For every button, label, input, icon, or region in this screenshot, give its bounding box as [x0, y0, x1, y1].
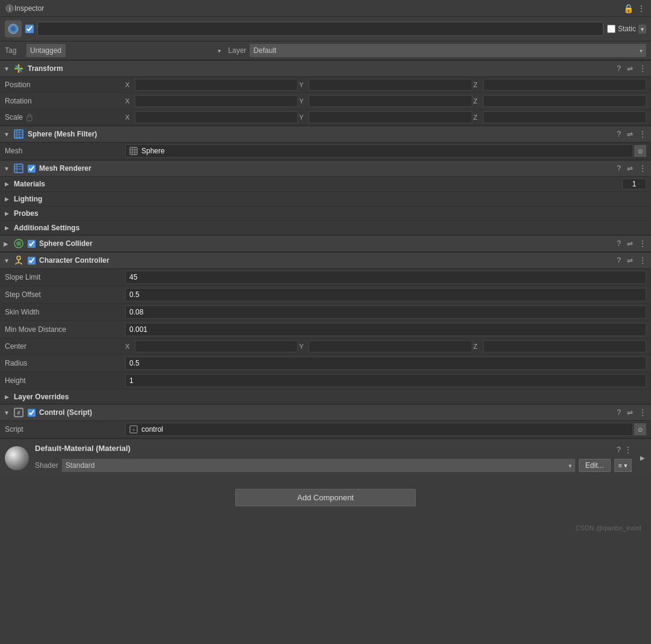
- probes-group-row[interactable]: ▶ Probes: [0, 206, 651, 221]
- svg-text:i: i: [9, 5, 10, 12]
- charcontroller-help-button[interactable]: ?: [616, 256, 622, 265]
- tag-select-wrapper: Untagged: [26, 44, 224, 57]
- transform-controls: ? ⇌ ⋮: [616, 64, 647, 73]
- center-label: Center: [5, 342, 125, 351]
- gameobject-name-input[interactable]: Sphere: [37, 22, 603, 36]
- spherecollider-more-button[interactable]: ⋮: [638, 239, 647, 248]
- material-more-button[interactable]: ⋮: [625, 445, 632, 454]
- layer-overrides-group-row[interactable]: ▶ Layer Overrides: [0, 390, 651, 404]
- center-x-input[interactable]: 0: [135, 340, 298, 352]
- add-component-button[interactable]: Add Component: [235, 489, 416, 506]
- static-label: Static: [618, 25, 636, 33]
- center-y-label: Y: [299, 343, 307, 350]
- transform-help-button[interactable]: ?: [616, 64, 622, 73]
- meshrenderer-help-button[interactable]: ?: [616, 164, 622, 173]
- meshfilter-settings-button[interactable]: ⇌: [626, 130, 634, 138]
- meshrenderer-settings-button[interactable]: ⇌: [626, 164, 634, 173]
- rotation-label: Rotation: [5, 97, 125, 105]
- skin-width-label: Skin Width: [5, 308, 125, 316]
- mesh-selector-icon: [129, 147, 138, 155]
- material-list-button[interactable]: ≡ ▾: [614, 459, 632, 472]
- mesh-selector[interactable]: Sphere: [125, 144, 633, 158]
- additional-settings-group-row[interactable]: ▶ Additional Settings: [0, 221, 651, 235]
- probes-arrow: ▶: [5, 210, 9, 216]
- lock-button[interactable]: 🔒: [623, 4, 633, 13]
- transform-settings-button[interactable]: ⇌: [626, 64, 634, 73]
- scale-x-input[interactable]: 1: [135, 111, 298, 123]
- radius-input[interactable]: [125, 357, 646, 370]
- script-label: Script: [5, 425, 125, 434]
- position-z-input[interactable]: -3.8: [483, 79, 646, 91]
- height-input[interactable]: [125, 374, 646, 387]
- meshfilter-section-header[interactable]: ▼ Sphere (Mesh Filter) ? ⇌ ⋮: [0, 126, 651, 143]
- center-y-input[interactable]: 0: [309, 340, 472, 352]
- title-bar-controls: 🔒 ⋮: [623, 4, 646, 13]
- script-selector[interactable]: + control: [125, 423, 633, 436]
- skin-width-value: [125, 305, 646, 319]
- slope-limit-input[interactable]: [125, 271, 646, 284]
- gameobject-enabled-checkbox[interactable]: [25, 25, 34, 33]
- spherecollider-enabled-checkbox[interactable]: [28, 240, 35, 248]
- controlscript-more-button[interactable]: ⋮: [638, 408, 647, 417]
- transform-title: Transform: [28, 64, 612, 73]
- charcontroller-enabled-checkbox[interactable]: [28, 257, 35, 265]
- transform-section-header[interactable]: ▼ Transform ? ⇌ ⋮: [0, 60, 651, 77]
- charcontroller-settings-button[interactable]: ⇌: [626, 256, 634, 265]
- transform-arrow: ▼: [4, 66, 10, 72]
- step-offset-value: [125, 288, 646, 301]
- meshrenderer-more-button[interactable]: ⋮: [638, 164, 647, 173]
- slope-limit-row: Slope Limit: [0, 269, 651, 286]
- spherecollider-settings-button[interactable]: ⇌: [626, 239, 634, 248]
- charcontroller-section-header[interactable]: ▼ Character Controller ? ⇌ ⋮: [0, 252, 651, 269]
- scale-z-input[interactable]: 1: [483, 111, 646, 123]
- skin-width-input[interactable]: [125, 305, 646, 319]
- meshfilter-more-button[interactable]: ⋮: [638, 130, 647, 138]
- rotation-y-input[interactable]: 0: [309, 95, 472, 107]
- spherecollider-help-button[interactable]: ?: [616, 239, 622, 248]
- center-row: Center X 0 Y 0 Z 0: [0, 339, 651, 355]
- materials-group-row[interactable]: ▶ Materials 1: [0, 177, 651, 192]
- mesh-target-button[interactable]: ⊙: [634, 145, 646, 157]
- svg-point-3: [11, 26, 16, 31]
- shader-select[interactable]: Standard: [62, 459, 575, 472]
- controlscript-settings-button[interactable]: ⇌: [626, 408, 634, 417]
- radius-label: Radius: [5, 359, 125, 367]
- position-y-input[interactable]: 1.167358: [309, 79, 472, 91]
- static-dropdown-button[interactable]: ▾: [638, 25, 646, 34]
- svg-rect-7: [27, 117, 32, 121]
- meshfilter-icon: [13, 129, 24, 140]
- layer-select[interactable]: Default: [250, 44, 646, 57]
- charcontroller-arrow: ▼: [4, 257, 10, 264]
- meshfilter-arrow: ▼: [4, 131, 10, 138]
- rotation-x-label: X: [125, 97, 134, 105]
- center-z-input[interactable]: 0: [483, 340, 646, 352]
- min-move-distance-input[interactable]: [125, 323, 646, 336]
- material-help-button[interactable]: ?: [617, 445, 621, 454]
- rotation-z-input[interactable]: 0: [483, 95, 646, 107]
- controlscript-section-header[interactable]: ▼ # Control (Script) ? ⇌ ⋮: [0, 404, 651, 421]
- charcontroller-more-button[interactable]: ⋮: [638, 256, 647, 265]
- meshrenderer-enabled-checkbox[interactable]: [28, 165, 35, 173]
- rotation-x-input[interactable]: 0: [135, 95, 298, 107]
- scale-y-input[interactable]: 1: [309, 111, 472, 123]
- step-offset-input[interactable]: [125, 288, 646, 301]
- material-edit-button[interactable]: Edit...: [579, 459, 611, 472]
- more-button[interactable]: ⋮: [637, 4, 646, 13]
- transform-more-button[interactable]: ⋮: [638, 64, 647, 73]
- scale-row: Scale X 1 Y 1 Z 1: [0, 109, 651, 126]
- meshrenderer-section-header[interactable]: ▼ Mesh Renderer ? ⇌ ⋮: [0, 160, 651, 177]
- static-checkbox[interactable]: [607, 25, 616, 33]
- script-target-button[interactable]: ⊙: [634, 423, 646, 435]
- controlscript-enabled-checkbox[interactable]: [28, 409, 35, 417]
- mesh-row: Mesh Sphere ⊙: [0, 143, 651, 160]
- controlscript-icon: #: [13, 407, 24, 418]
- material-expand-arrow[interactable]: ▶: [640, 455, 646, 461]
- spherecollider-section-header[interactable]: ▶ Sphere Collider ? ⇌ ⋮: [0, 235, 651, 252]
- tag-select[interactable]: Untagged: [26, 44, 66, 57]
- script-selector-icon: +: [129, 425, 138, 434]
- position-x-input[interactable]: -0.2463556: [135, 79, 298, 91]
- svg-point-24: [16, 241, 21, 246]
- meshfilter-help-button[interactable]: ?: [616, 130, 622, 138]
- controlscript-help-button[interactable]: ?: [616, 408, 622, 417]
- lighting-group-row[interactable]: ▶ Lighting: [0, 192, 651, 206]
